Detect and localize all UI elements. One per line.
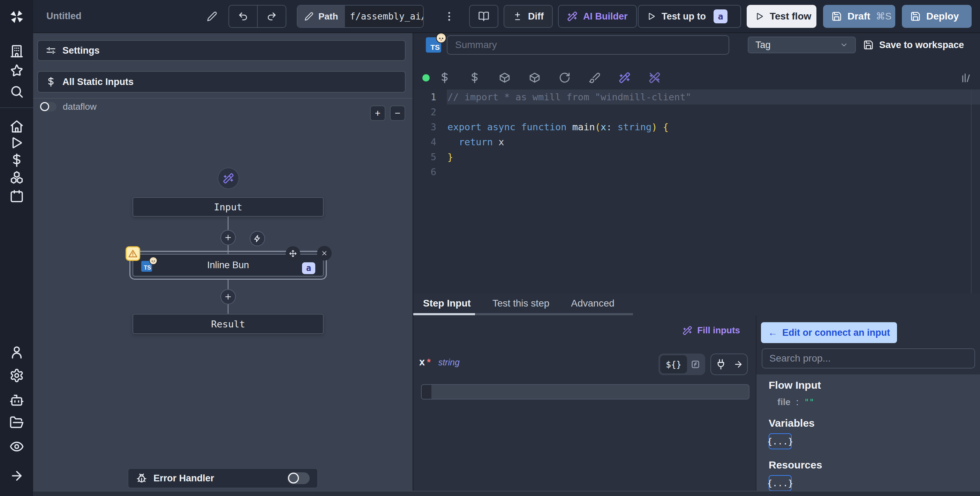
magic-wand-icon — [223, 173, 234, 184]
windmill-logo[interactable] — [0, 0, 33, 33]
add-resource-button[interactable] — [460, 66, 490, 90]
fill-inputs-button[interactable]: Fill inputs — [682, 325, 740, 336]
bun-logo-icon — [149, 256, 158, 265]
flow-title: Untitled — [46, 0, 82, 32]
ai-flow-button[interactable] — [218, 168, 239, 189]
argument-type: string — [438, 357, 460, 368]
resources-object-chip[interactable]: {...} — [768, 475, 792, 491]
top-bar: Untitled Path f/assembly_ai/ Diff AI Bui… — [0, 0, 980, 33]
package-button[interactable] — [490, 66, 520, 90]
library-button[interactable] — [961, 66, 972, 90]
library-icon — [961, 72, 972, 83]
summary-input[interactable] — [447, 35, 729, 55]
save-to-workspace-button[interactable]: Save to workspace — [863, 33, 964, 57]
sidebar-item-home[interactable] — [9, 119, 25, 135]
sidebar-item-runs[interactable] — [9, 135, 25, 151]
sidebar-item-search[interactable] — [9, 84, 25, 100]
code-editor[interactable]: 1// import * as wmill from "windmill-cli… — [413, 90, 980, 293]
play-icon — [10, 135, 24, 150]
code-line[interactable]: 3export async function main(x: string) { — [413, 119, 980, 135]
package-lock-button[interactable] — [520, 66, 550, 90]
sidebar-item-variables[interactable] — [9, 152, 25, 168]
add-step-button[interactable] — [220, 289, 236, 304]
error-handler-toggle[interactable] — [287, 472, 310, 484]
arrow-right-icon — [733, 360, 743, 369]
editor-overview-ruler[interactable] — [971, 90, 980, 293]
panel-divider — [33, 98, 412, 98]
function-mode-button[interactable] — [687, 359, 703, 369]
windmill-logo-icon — [8, 8, 25, 25]
tag-select[interactable]: Tag — [748, 36, 856, 53]
reload-button[interactable] — [550, 66, 580, 90]
variables-object-chip[interactable]: {...} — [768, 433, 792, 449]
docs-button[interactable] — [469, 5, 498, 28]
all-static-inputs-label: All Static Inputs — [62, 77, 134, 87]
code-line[interactable]: 2 — [413, 105, 980, 119]
edit-title-button[interactable] — [202, 5, 223, 28]
ai-builder-button[interactable]: AI Builder — [558, 5, 637, 28]
save-icon — [910, 11, 921, 22]
path-label: Path — [318, 11, 338, 22]
step-editor-panel: TS Tag Save to workspace 1 — [412, 33, 980, 496]
apply-button[interactable] — [733, 360, 743, 369]
move-step-button[interactable] — [286, 246, 300, 261]
sidebar-item-workspace[interactable] — [9, 43, 25, 59]
format-button[interactable] — [580, 66, 609, 90]
redo-button[interactable] — [257, 6, 286, 27]
argument-value-input[interactable] — [421, 384, 749, 399]
sidebar-item-favorites[interactable] — [9, 63, 25, 79]
add-step-button[interactable] — [220, 230, 236, 245]
trigger-button[interactable] — [250, 231, 265, 246]
step-input-pane: Fill inputs x * string ${} — [413, 315, 756, 496]
sidebar-item-settings[interactable] — [9, 368, 25, 383]
all-static-inputs-button[interactable]: All Static Inputs — [37, 71, 406, 93]
tab-step-input[interactable]: Step Input — [423, 298, 471, 309]
kebab-menu-icon — [443, 10, 455, 22]
prop-search-input[interactable] — [762, 348, 975, 369]
flow-settings-button[interactable]: Settings — [37, 40, 406, 61]
bun-icon — [436, 32, 447, 44]
warning-triangle-icon — [128, 248, 138, 259]
sidebar-item-ai[interactable] — [9, 392, 25, 408]
bun-icon — [149, 256, 158, 265]
ai-assist-off-button[interactable] — [640, 66, 670, 90]
sidebar-item-audit[interactable] — [9, 439, 25, 455]
line-number: 6 — [413, 166, 447, 177]
delete-step-button[interactable] — [317, 246, 332, 260]
code-line[interactable]: 1// import * as wmill from "windmill-cli… — [413, 90, 980, 105]
zoom-in-button[interactable]: + — [370, 106, 385, 121]
code-text: return x — [447, 135, 980, 149]
diff-button[interactable]: Diff — [504, 5, 553, 28]
edge-connector — [228, 280, 228, 289]
fill-inputs-label: Fill inputs — [697, 325, 740, 336]
test-up-to-button[interactable]: Test up to a — [638, 5, 741, 28]
sidebar-item-resources[interactable] — [9, 170, 25, 185]
sidebar-expand-button[interactable] — [9, 468, 25, 484]
code-line[interactable]: 4 return x — [413, 135, 980, 149]
expression-mode-button[interactable]: ${} — [660, 355, 687, 373]
sidebar-item-folders[interactable] — [9, 415, 25, 431]
code-line[interactable]: 6 — [413, 165, 980, 179]
sidebar-item-users[interactable] — [9, 344, 25, 361]
add-variable-button[interactable] — [430, 66, 460, 90]
zoom-out-button[interactable]: − — [390, 106, 405, 121]
flow-node-input[interactable]: Input — [132, 197, 324, 217]
plug-button[interactable] — [715, 359, 727, 370]
ai-assist-button[interactable] — [609, 66, 640, 90]
code-line[interactable]: 5} — [413, 149, 980, 165]
edit-or-connect-button[interactable]: ← Edit or connect an input — [761, 322, 897, 343]
flow-node-result[interactable]: Result — [132, 314, 324, 334]
deploy-button[interactable]: Deploy — [902, 5, 972, 28]
sidebar-item-schedules[interactable] — [9, 188, 25, 204]
tab-test-this-step[interactable]: Test this step — [492, 298, 549, 309]
path-button[interactable]: Path f/assembly_ai/ — [297, 5, 424, 28]
test-flow-button[interactable]: Test flow — [747, 5, 816, 28]
undo-button[interactable] — [229, 6, 257, 27]
close-icon — [321, 250, 328, 257]
dataflow-toggle[interactable] — [40, 102, 57, 111]
more-menu-button[interactable] — [441, 5, 458, 28]
draft-button[interactable]: Draft ⌘S — [823, 5, 895, 28]
play-icon — [647, 12, 656, 21]
tab-advanced[interactable]: Advanced — [571, 298, 614, 309]
flow-input-row[interactable]: file : "" — [777, 397, 980, 407]
